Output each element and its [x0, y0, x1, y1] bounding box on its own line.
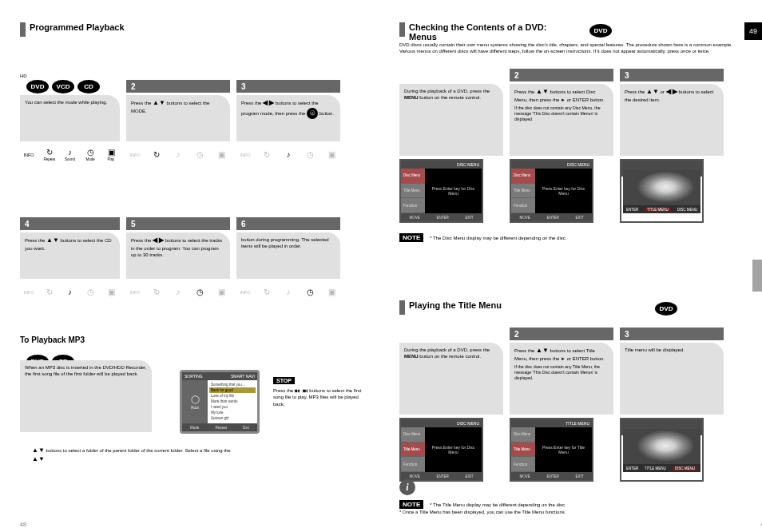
step5-pre: Press the [131, 238, 153, 243]
play-icon: ▣ [324, 148, 339, 162]
sound-icon: ♪ [171, 285, 185, 300]
title-step3-text: Title menu will be displayed. [625, 347, 685, 352]
section-title-titlemenu: Playing the Title Menu [409, 300, 502, 310]
arrow-up-down-icon: ▲▼ [536, 88, 549, 95]
repeat-icon: ↻ [42, 285, 57, 300]
step6-box: button during programming. The selected … [236, 232, 340, 279]
bar-disc-menu: DISC MENU [677, 208, 697, 212]
icon-strip-6: INFO ↻ ♪ ◷ ▣ [236, 284, 340, 301]
step3-pre: Press the [241, 101, 263, 105]
step2-header: 2 [126, 80, 230, 93]
menu-key: MENU [404, 95, 419, 100]
dolphin-image [623, 429, 700, 464]
list-item: Uptown girl [209, 415, 256, 421]
disc-osd-1: DISC MENU Disc Menu Title Menu Function … [399, 159, 483, 223]
list-item: Back for good [209, 387, 256, 393]
sound-icon: ♪ [281, 148, 296, 162]
sound-icon: ♪ [281, 285, 296, 300]
osd-header: DISC MENU [457, 162, 479, 167]
mp3-arrow-line1: buttons to select a folder of the parent… [46, 448, 231, 453]
disc-step2-warn: If the disc does not contain any Disc Me… [514, 105, 609, 122]
title-step2: Press the ▲▼ buttons to select Title Men… [510, 343, 613, 415]
hd-label: HD [20, 73, 27, 78]
disc-step2-header: 2 [510, 69, 613, 81]
mp3-osd: SORTING SMART NAVI ◯ Root Something that… [180, 370, 260, 434]
info-icon: INFO [238, 148, 252, 162]
stop-label: STOP [273, 377, 295, 384]
repeat-icon: ↻ [260, 285, 274, 300]
osd-side-item: Disc Menu [511, 427, 535, 443]
bar-title-menu: TITLE MENU [645, 208, 671, 212]
mp3-root-label: Root [191, 406, 199, 410]
arrow-up-down-icon: ▲▼ [646, 88, 659, 95]
play-icon: ▣Play [104, 148, 118, 162]
section-bar [20, 22, 26, 37]
mp3-instr-pre: Press the [273, 388, 295, 393]
icon-strip-3: INFO ↻ ♪ ◷ ▣ [236, 146, 340, 164]
section-bar [399, 300, 405, 315]
disc-osd-2: DISC MENU Disc Menu Title Menu Function … [510, 159, 593, 223]
bar-title-menu: TITLE MENU [645, 466, 666, 470]
info-circle-icon: i [399, 479, 415, 495]
disc-step1-post: button on the remote control. [419, 95, 481, 100]
info-icon: INFO [128, 148, 142, 162]
title-step2-warn: If the disc does not contain any Title M… [514, 364, 609, 381]
note-text: * The Title Menu display may be differen… [399, 502, 566, 514]
sound-icon: ♪Sound [63, 148, 77, 162]
step1-box: You can select the mode while playing. [20, 95, 120, 141]
play-icon: ▣ [324, 285, 339, 300]
icon-strip-5: INFO ↻ ♪ ◷ ▣ [126, 284, 230, 301]
list-item: My love [209, 410, 256, 415]
arrow-left-right-icon: ◀ ▶ [263, 99, 274, 106]
step3-header: 3 [236, 80, 340, 93]
mp3-osd-smartnavi: SMART NAVI [231, 374, 255, 379]
step3-end: button. [319, 110, 334, 115]
step2-box: Press the ▲▼ buttons to select the MODE. [126, 95, 230, 141]
osd-foot: EXIT [466, 474, 474, 478]
repeat-icon: ↻ [149, 148, 164, 162]
section-title-programmed: Programmed Playback [30, 22, 125, 32]
osd-side-item: Title Menu [401, 184, 425, 199]
play-icon: ▣ [104, 285, 118, 300]
info-icon: INFO [22, 148, 36, 162]
step5-box: Press the ◀ ▶ buttons to select the trac… [126, 232, 230, 279]
clock-icon: ◷ [83, 285, 97, 300]
step4-box: Press the ▲▼ buttons to select the CD yo… [20, 232, 120, 279]
disc-step3-mid: or [661, 89, 666, 94]
info-icon: INFO [238, 285, 252, 300]
mp3-title: To Playback MP3 [20, 335, 85, 344]
disc-step3-header: 3 [620, 69, 724, 81]
note-label: NOTE [399, 233, 423, 242]
osd-foot: EXIT [466, 216, 474, 220]
title-osd-1: DISC MENU Disc Menu Title Menu Function … [399, 418, 483, 482]
section-title-discmenu: Checking the Contents of a DVD: Menus [409, 22, 569, 42]
osd-foot: ENTER [436, 474, 448, 478]
bar-enter: ENTER [626, 466, 638, 470]
disc-step2-pre: Press the [514, 89, 536, 94]
mp3-list: Something that you… Back for good Love o… [208, 380, 257, 423]
disc-step1: During the playback of a DVD, press the … [399, 84, 503, 156]
osd-side-item: Disc Menu [401, 427, 425, 443]
mp3-osd-sorting: SORTING [185, 374, 203, 379]
step1-text: You can select the mode while playing. [25, 100, 107, 105]
arrow-up-down-icon: ▲▼ [46, 236, 59, 244]
info-icon: INFO [128, 285, 142, 300]
osd-foot: ENTER [436, 216, 448, 220]
step2-pre: Press the [131, 101, 153, 105]
mp3-step-box: When an MP3 disc is inserted in the DVD/… [20, 360, 152, 432]
list-item: Love of my life [209, 393, 256, 399]
osd-main: Press Enter key for Disc Menu [425, 427, 482, 472]
disc-step3-pre: Press the [625, 89, 646, 94]
arrow-up-down-icon: ▲▼ [32, 455, 45, 463]
step5-header: 5 [126, 217, 230, 230]
menu-key: MENU [404, 354, 419, 359]
step3-box: Press the ◀ ▶ buttons to select the prog… [236, 95, 340, 141]
icon-strip-4: INFO ↻ ♪ ◷ ▣ [20, 284, 120, 301]
title-step3: Title menu will be displayed. [620, 343, 724, 415]
page-num-left: 48 [20, 522, 26, 527]
osd-side-item: Function [511, 198, 535, 213]
disc-step3: Press the ▲▼ or ◀ ▶ buttons to select th… [620, 84, 724, 156]
play-icon: ▣ [214, 148, 228, 162]
arrow-up-down-icon: ▲▼ [32, 447, 45, 454]
title-osd-2: TITLE MENU Disc Menu Title Menu Function… [510, 418, 593, 482]
